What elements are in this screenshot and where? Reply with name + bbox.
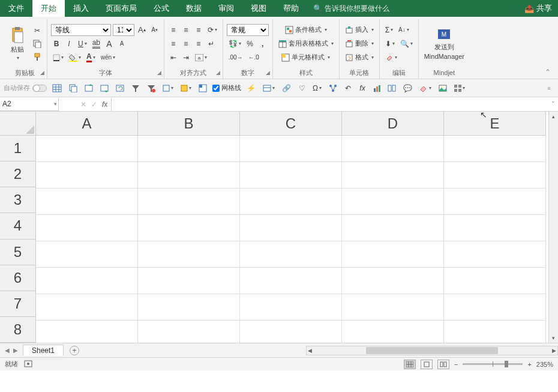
cell-A1[interactable] (36, 136, 138, 162)
add-sheet-button[interactable]: + (70, 346, 79, 355)
comma-button[interactable]: , (257, 38, 268, 50)
column-header-C[interactable]: C (240, 112, 342, 136)
sheet-nav-next[interactable]: ▶ (13, 347, 18, 354)
decrease-font-button[interactable]: A▾ (149, 24, 160, 36)
font-name-select[interactable]: 等线 (51, 24, 111, 36)
cell-C6[interactable] (240, 268, 342, 294)
cell-D4[interactable] (342, 215, 444, 241)
phonetic-button[interactable]: wén (99, 52, 117, 64)
format-painter-button[interactable] (31, 51, 43, 63)
insert-cells-button[interactable]: 插入 (343, 24, 376, 36)
tab-view[interactable]: 视图 (242, 0, 275, 17)
tab-review[interactable]: 审阅 (210, 0, 242, 17)
cell-A8[interactable] (36, 321, 138, 343)
gridlines-checkbox[interactable]: 网格线 (212, 83, 241, 92)
bold-button[interactable]: B (51, 38, 62, 50)
row-header-3[interactable]: 3 (0, 187, 36, 213)
cell-E2[interactable] (444, 162, 546, 188)
vertical-scrollbar[interactable]: ▴ ▾ (548, 112, 558, 343)
qat-bars-button[interactable] (371, 82, 382, 95)
row-header-6[interactable]: 6 (0, 265, 36, 291)
increase-font-button[interactable]: A▴ (136, 24, 148, 36)
cell-D6[interactable] (342, 268, 444, 294)
cell-B6[interactable] (138, 268, 240, 294)
tab-file[interactable]: 文件 (0, 0, 32, 17)
tell-me-search[interactable]: 🔍 告诉我你想要做什么 (313, 4, 389, 14)
qat-heart-button[interactable]: ♡ (296, 82, 307, 95)
decrease-decimal-button[interactable]: ←.0 (247, 52, 261, 64)
cancel-formula-button[interactable]: ✕ (80, 100, 86, 109)
cell-B3[interactable] (138, 188, 240, 215)
tab-layout[interactable]: 页面布局 (97, 0, 145, 17)
qat-grid-view-button[interactable] (452, 82, 467, 95)
qat-border-button[interactable] (161, 82, 175, 95)
expand-formula-bar[interactable]: ⌄ (551, 98, 556, 104)
increase-indent-button[interactable]: ⇥ (181, 52, 191, 64)
cell-A6[interactable] (36, 268, 138, 294)
zoom-in-button[interactable]: + (527, 361, 531, 368)
qat-filter-button[interactable] (130, 82, 142, 95)
align-left-button[interactable]: ≡ (168, 38, 179, 50)
cell-D7[interactable] (342, 294, 444, 321)
cell-A7[interactable] (36, 294, 138, 321)
cell-A3[interactable] (36, 188, 138, 215)
cell-C8[interactable] (240, 321, 342, 343)
row-header-8[interactable]: 8 (0, 317, 36, 343)
sheet-tab-1[interactable]: Sheet1 (23, 345, 64, 356)
format-cells-button[interactable]: 格式 (343, 52, 376, 64)
align-middle-button[interactable]: ≡ (181, 24, 191, 36)
qat-split-button[interactable] (386, 82, 398, 95)
cell-E3[interactable] (444, 188, 546, 215)
cell-E5[interactable] (444, 241, 546, 268)
cut-button[interactable]: ✂ (31, 25, 43, 37)
row-header-4[interactable]: 4 (0, 213, 36, 239)
qat-undo-button[interactable]: ↶ (343, 82, 353, 95)
align-right-button[interactable]: ≡ (193, 38, 204, 50)
hscroll-thumb[interactable] (366, 347, 498, 354)
qat-refresh-button[interactable] (114, 82, 126, 95)
accounting-format-button[interactable]: 💱 (227, 38, 243, 50)
collapse-ribbon-button[interactable]: ⌃ (540, 65, 556, 79)
tab-data[interactable]: 数据 (178, 0, 210, 17)
cell-A5[interactable] (36, 241, 138, 268)
font-size-select[interactable]: 11 (113, 24, 134, 36)
percent-button[interactable]: % (245, 38, 256, 50)
name-box-dropdown[interactable]: ▾ (54, 101, 57, 107)
fill-button[interactable]: ⬇ (383, 38, 397, 50)
qat-table-button[interactable] (50, 82, 64, 95)
cell-B4[interactable] (138, 215, 240, 241)
cell-C5[interactable] (240, 241, 342, 268)
cell-D8[interactable] (342, 321, 444, 343)
macro-record-button[interactable] (24, 360, 32, 369)
table-format-button[interactable]: 套用表格格式 (277, 38, 335, 50)
scroll-left-button[interactable]: ◀ (308, 348, 312, 354)
merge-button[interactable]: a (193, 52, 209, 64)
align-bottom-button[interactable]: ≡ (193, 24, 204, 36)
cell-A2[interactable] (36, 162, 138, 188)
row-header-1[interactable]: 1 (0, 136, 36, 161)
qat-eraser-button[interactable] (418, 82, 433, 95)
tab-insert[interactable]: 插入 (65, 0, 97, 17)
qat-highlight-button[interactable] (179, 82, 193, 95)
border-button[interactable] (51, 52, 65, 64)
qat-filter-clear-button[interactable] (145, 82, 157, 95)
clear-button[interactable] (383, 52, 399, 64)
underline-button[interactable]: U (76, 38, 89, 50)
align-launcher[interactable]: ◢ (216, 68, 220, 77)
qat-pivot-button[interactable] (197, 82, 209, 95)
cell-D2[interactable] (342, 162, 444, 188)
increase-font-alt-button[interactable]: A (104, 38, 115, 50)
cell-E6[interactable] (444, 268, 546, 294)
send-to-mindmanager-button[interactable]: M 发送到 MindManager (422, 25, 466, 63)
orientation-button[interactable]: ⟳ (206, 24, 219, 36)
insert-function-button[interactable]: fx (102, 100, 107, 109)
scroll-up-button[interactable]: ▴ (549, 112, 558, 121)
autosum-button[interactable]: Σ (383, 24, 395, 36)
find-button[interactable]: 🔍 (398, 38, 415, 50)
qat-omega-button[interactable]: Ω (311, 82, 323, 95)
tab-help[interactable]: 帮助 (275, 0, 307, 17)
qat-sort-desc-button[interactable] (98, 82, 110, 95)
cell-D5[interactable] (342, 241, 444, 268)
select-all-corner[interactable] (0, 112, 36, 136)
cell-B2[interactable] (138, 162, 240, 188)
